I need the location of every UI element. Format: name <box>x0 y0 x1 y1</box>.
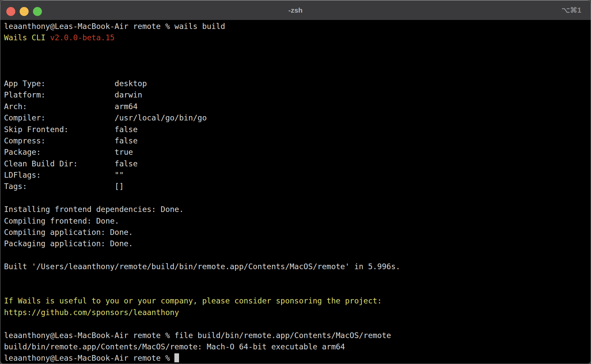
traffic-lights <box>6 7 42 16</box>
text-cursor <box>174 353 179 362</box>
terminal-text: leaanthony@Leas-MacBook-Air remote % fil… <box>4 331 391 340</box>
terminal-line: Installing frontend dependencies: Done. <box>4 204 588 215</box>
terminal-line <box>4 318 588 329</box>
terminal-line: Compiling frontend: Done. <box>4 215 588 227</box>
terminal-line: Compiling application: Done. <box>4 227 588 238</box>
terminal-line: Clean Build Dir: false <box>4 158 588 169</box>
terminal-line: leaanthony@Leas-MacBook-Air remote % <box>4 352 588 364</box>
terminal-text: leaanthony@Leas-MacBook-Air remote % wai… <box>4 22 225 31</box>
terminal-text: If Wails is useful to you or your compan… <box>4 296 382 305</box>
title-bar[interactable]: -zsh ⌥⌘1 <box>0 0 591 20</box>
terminal-text: Packaging application: Done. <box>4 239 133 248</box>
terminal-line <box>4 192 588 204</box>
terminal-line <box>4 284 588 295</box>
terminal-window: -zsh ⌥⌘1 leaanthony@Leas-MacBook-Air rem… <box>0 0 591 364</box>
terminal-line: Wails CLI v2.0.0-beta.15 <box>4 32 588 43</box>
terminal-text: App Type: desktop <box>4 79 147 88</box>
window-title: -zsh <box>289 6 303 14</box>
terminal-text: build/bin/remote.app/Contents/MacOS/remo… <box>4 342 345 351</box>
terminal-line: build/bin/remote.app/Contents/MacOS/remo… <box>4 341 588 352</box>
terminal-text: Compress: false <box>4 136 138 145</box>
terminal-text: https://github.com/sponsors/leaanthony <box>4 308 179 317</box>
terminal-line: leaanthony@Leas-MacBook-Air remote % wai… <box>4 21 588 32</box>
terminal-line: Package: true <box>4 146 588 158</box>
terminal-text: Arch: arm64 <box>4 102 138 111</box>
terminal-line: Built '/Users/leaanthony/remote/build/bi… <box>4 261 588 272</box>
terminal-line <box>4 55 588 66</box>
terminal-text: Package: true <box>4 148 133 156</box>
terminal-line <box>4 67 588 78</box>
terminal-line: Skip Frontend: false <box>4 124 588 135</box>
terminal-text: leaanthony@Leas-MacBook-Air remote % <box>4 354 174 362</box>
terminal-text: Compiling application: Done. <box>4 228 133 237</box>
terminal-line: Compiler: /usr/local/go/bin/go <box>4 112 588 123</box>
close-button[interactable] <box>6 7 15 16</box>
window-shortcut-badge: ⌥⌘1 <box>561 6 581 15</box>
terminal-line <box>4 273 588 284</box>
minimize-button[interactable] <box>20 7 29 16</box>
terminal-line <box>4 250 588 261</box>
terminal-text: Skip Frontend: false <box>4 125 138 134</box>
terminal-text: v2.0.0-beta.15 <box>50 33 114 42</box>
terminal-line: App Type: desktop <box>4 78 588 89</box>
terminal-line: Tags: [] <box>4 181 588 192</box>
terminal-text: Platform: darwin <box>4 91 142 99</box>
terminal-line: Platform: darwin <box>4 89 588 100</box>
terminal-line: Arch: arm64 <box>4 101 588 112</box>
terminal-line: leaanthony@Leas-MacBook-Air remote % fil… <box>4 330 588 341</box>
terminal-line: Packaging application: Done. <box>4 238 588 249</box>
terminal-line: Compress: false <box>4 135 588 146</box>
terminal-line <box>4 44 588 55</box>
terminal-text: Tags: [] <box>4 182 124 191</box>
terminal-text: Wails CLI <box>4 33 50 42</box>
terminal-text: LDFlags: "" <box>4 171 124 179</box>
terminal-text: Compiling frontend: Done. <box>4 217 119 225</box>
terminal-text: Installing frontend dependencies: Done. <box>4 205 184 214</box>
terminal-line: If Wails is useful to you or your compan… <box>4 295 588 306</box>
terminal-text: Compiler: /usr/local/go/bin/go <box>4 113 207 122</box>
zoom-button[interactable] <box>33 7 42 16</box>
terminal-line: LDFlags: "" <box>4 169 588 181</box>
terminal-text: Clean Build Dir: false <box>4 159 138 168</box>
terminal-line: https://github.com/sponsors/leaanthony <box>4 307 588 318</box>
terminal-text: Built '/Users/leaanthony/remote/build/bi… <box>4 262 400 271</box>
terminal-output[interactable]: leaanthony@Leas-MacBook-Air remote % wai… <box>0 20 591 364</box>
